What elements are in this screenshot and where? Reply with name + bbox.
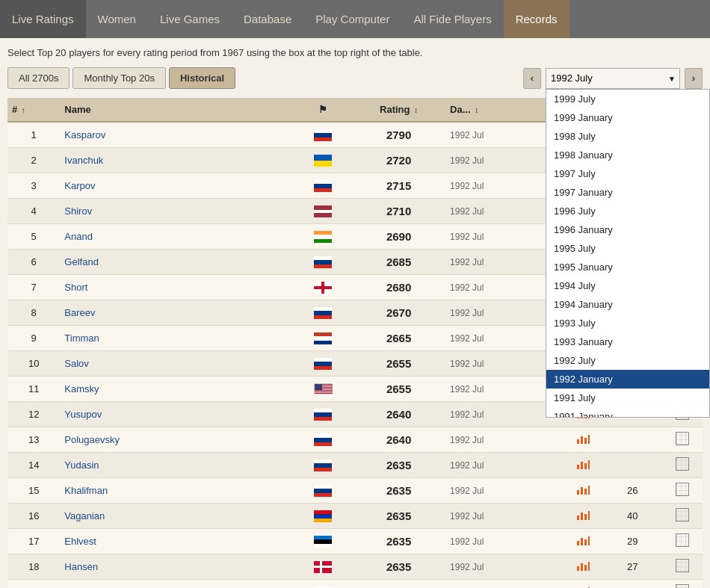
cell-action[interactable] <box>661 478 703 504</box>
cell-chart[interactable] <box>562 478 603 504</box>
nav-women[interactable]: Women <box>86 0 148 38</box>
tab-all-2700s[interactable]: All 2700s <box>7 67 70 89</box>
chart-icon <box>576 459 590 469</box>
col-rank[interactable]: # ↑ <box>7 98 60 122</box>
cell-name[interactable]: Timman <box>60 326 294 351</box>
cell-date: 1992 Jul <box>445 224 562 250</box>
cell-action[interactable] <box>661 580 703 589</box>
period-prev-arrow[interactable]: ‹ <box>523 68 541 89</box>
tab-historical[interactable]: Historical <box>169 67 235 89</box>
cell-action[interactable] <box>661 554 703 580</box>
cell-name[interactable]: Polugaevsky <box>60 427 294 453</box>
flag-russia <box>314 434 332 446</box>
cell-action[interactable] <box>661 529 703 554</box>
cell-chart[interactable] <box>562 427 603 453</box>
chart-icon <box>576 560 590 571</box>
cell-rating: 2635 <box>352 554 445 580</box>
svg-rect-74 <box>584 514 587 520</box>
dropdown-item[interactable]: 1993 January <box>546 332 709 351</box>
nav-play-computer[interactable]: Play Computer <box>303 0 401 38</box>
cell-name[interactable]: Hansen <box>60 554 294 580</box>
dropdown-item[interactable]: 1994 July <box>546 276 709 295</box>
cell-chart[interactable] <box>562 554 603 580</box>
nav-all-fide[interactable]: All Fide Players <box>401 0 503 38</box>
cell-name[interactable]: Short <box>60 275 294 300</box>
period-display[interactable]: 1992 July <box>546 68 680 89</box>
cell-flag <box>294 250 352 275</box>
cell-name[interactable]: Kasparov <box>60 122 294 148</box>
cell-name[interactable]: Anand <box>60 224 294 250</box>
svg-rect-86 <box>588 562 590 571</box>
cell-games: 40 <box>603 504 661 529</box>
nav-database[interactable]: Database <box>232 0 303 38</box>
dropdown-item[interactable]: 1999 January <box>546 108 709 127</box>
dropdown-item[interactable]: 1991 January <box>546 407 709 418</box>
flag-russia <box>314 256 332 268</box>
cell-name[interactable]: Bareev <box>60 300 294 326</box>
cell-date: 1992 Jul <box>445 148 562 173</box>
cell-chart[interactable] <box>562 529 603 554</box>
cell-name[interactable]: Karpov <box>60 173 294 199</box>
cell-chart[interactable] <box>562 453 603 478</box>
dropdown-item[interactable]: 1999 July <box>546 90 709 108</box>
flag-russia <box>314 307 332 319</box>
dropdown-item[interactable]: 1994 January <box>546 295 709 314</box>
table-row: 14Yudasin26351992 Jul <box>7 453 703 478</box>
flag-ukraine <box>314 155 332 167</box>
cell-name[interactable]: Vaganian <box>60 504 294 529</box>
cell-rating: 2685 <box>352 250 445 275</box>
cell-name[interactable]: Epishin <box>60 580 294 589</box>
cell-rating: 2715 <box>352 173 445 199</box>
cell-rating: 2690 <box>352 224 445 250</box>
col-rating[interactable]: Rating ↕ <box>352 98 445 122</box>
dropdown-item[interactable]: 1996 July <box>546 202 709 220</box>
dropdown-item[interactable]: 1991 July <box>546 389 709 407</box>
table-row: 18Hansen26351992 Jul 27 <box>7 554 703 580</box>
cell-name[interactable]: Yudasin <box>60 453 294 478</box>
cell-flag <box>294 148 352 173</box>
cell-date: 1992 Jul <box>445 427 562 453</box>
tab-monthly-top20s[interactable]: Monthly Top 20s <box>72 67 165 89</box>
cell-rating: 2665 <box>352 326 445 351</box>
cell-name[interactable]: Ivanchuk <box>60 148 294 173</box>
dropdown-item[interactable]: 1995 July <box>546 239 709 258</box>
dropdown-item[interactable]: 1997 January <box>546 183 709 202</box>
dropdown-item[interactable]: 1998 July <box>546 127 709 146</box>
dropdown-item[interactable]: 1992 January <box>546 370 709 389</box>
cell-name[interactable]: Salov <box>60 351 294 377</box>
nav-live-games[interactable]: Live Games <box>148 0 232 38</box>
cell-action[interactable] <box>661 453 703 478</box>
dropdown-item[interactable]: 1995 January <box>546 258 709 276</box>
svg-rect-67 <box>588 460 590 469</box>
cell-date: 1992 Jul <box>445 529 562 554</box>
col-date[interactable]: Da... ↕ <box>445 98 562 122</box>
dropdown-item[interactable]: 1996 January <box>546 220 709 239</box>
dropdown-item[interactable]: 1997 July <box>546 164 709 183</box>
cell-name[interactable]: Ehlvest <box>60 529 294 554</box>
col-name[interactable]: Name <box>60 98 294 122</box>
cell-flag <box>294 275 352 300</box>
cell-name[interactable]: Gelfand <box>60 250 294 275</box>
cell-chart[interactable] <box>562 504 603 529</box>
cell-name[interactable]: Shirov <box>60 199 294 224</box>
cell-name[interactable]: Kamsky <box>60 377 294 402</box>
period-next-arrow[interactable]: › <box>685 68 703 89</box>
cell-name[interactable]: Khalifman <box>60 478 294 504</box>
cell-action[interactable] <box>661 504 703 529</box>
cell-games: 29 <box>603 529 661 554</box>
dropdown-item[interactable]: 1992 July <box>546 351 709 370</box>
cell-flag <box>294 351 352 377</box>
nav-records[interactable]: Records <box>504 0 569 38</box>
cell-date: 1992 Jul <box>445 250 562 275</box>
svg-rect-82 <box>314 566 332 568</box>
dropdown-item[interactable]: 1998 January <box>546 146 709 164</box>
dropdown-item[interactable]: 1993 July <box>546 314 709 332</box>
cell-action[interactable] <box>661 427 703 453</box>
cell-chart[interactable] <box>562 580 603 589</box>
svg-rect-64 <box>577 465 579 469</box>
svg-rect-83 <box>577 566 579 571</box>
cell-date: 1992 Jul <box>445 199 562 224</box>
cell-name[interactable]: Yusupov <box>60 402 294 427</box>
info-text: Select Top 20 players for every rating p… <box>7 47 703 58</box>
nav-live-ratings[interactable]: Live Ratings <box>0 0 86 38</box>
